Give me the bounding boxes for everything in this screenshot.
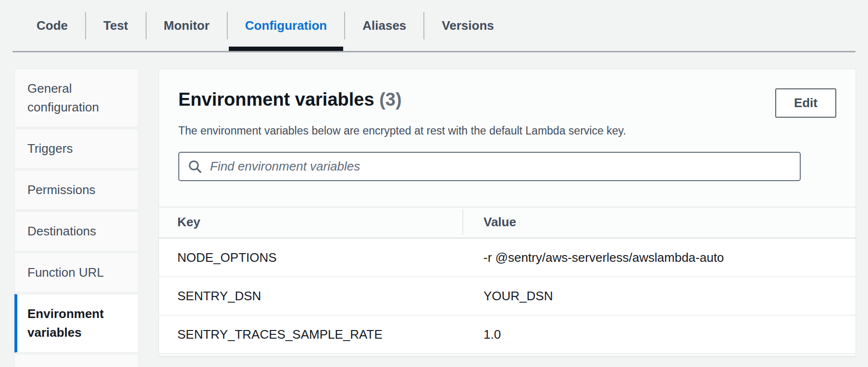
- table-row: SENTRY_DSN YOUR_DSN: [159, 277, 856, 316]
- table-row: NODE_OPTIONS -r @sentry/aws-serverless/a…: [159, 239, 856, 277]
- sidebar-item-triggers[interactable]: Triggers: [14, 129, 138, 169]
- environment-variables-table: Key Value NODE_OPTIONS -r @sentry/aws-se…: [159, 207, 856, 354]
- search-box[interactable]: [178, 152, 801, 181]
- tab-versions[interactable]: Versions: [424, 0, 511, 51]
- tab-test[interactable]: Test: [86, 0, 146, 51]
- page-title-text: Environment variables: [178, 89, 374, 110]
- env-var-value: 1.0: [462, 327, 856, 342]
- table-header-row: Key Value: [159, 208, 856, 239]
- panel-description: The environment variables below are encr…: [159, 124, 856, 137]
- tab-bar-rule: [12, 51, 856, 52]
- env-var-key: SENTRY_DSN: [159, 289, 462, 304]
- tab-configuration[interactable]: Configuration: [228, 0, 344, 51]
- edit-button[interactable]: Edit: [775, 88, 836, 118]
- table-row: SENTRY_TRACES_SAMPLE_RATE 1.0: [159, 316, 856, 354]
- env-var-key: SENTRY_TRACES_SAMPLE_RATE: [159, 327, 462, 342]
- tab-monitor[interactable]: Monitor: [147, 0, 227, 51]
- sidebar-item-destinations[interactable]: Destinations: [14, 211, 138, 251]
- environment-variables-panel: Environment variables (3) Edit The envir…: [159, 69, 856, 356]
- search-icon: [187, 159, 203, 174]
- configuration-sidebar: General configuration Triggers Permissio…: [14, 69, 138, 367]
- column-header-value: Value: [462, 215, 856, 230]
- item-count-badge: (3): [379, 89, 401, 110]
- sidebar-item-permissions[interactable]: Permissions: [14, 170, 138, 210]
- sidebar-item-environment-variables[interactable]: Environment variables: [14, 294, 138, 353]
- tab-aliases[interactable]: Aliases: [345, 0, 423, 51]
- env-var-key: NODE_OPTIONS: [159, 250, 462, 265]
- sidebar-item-general-configuration[interactable]: General configuration: [14, 69, 138, 127]
- column-divider: [462, 209, 463, 235]
- tab-code[interactable]: Code: [19, 0, 85, 51]
- function-tab-bar: Code Test Monitor Configuration Aliases …: [0, 0, 868, 52]
- column-header-key: Key: [159, 215, 462, 230]
- sidebar-item-function-url[interactable]: Function URL: [14, 253, 138, 293]
- env-var-value: -r @sentry/aws-serverless/awslambda-auto: [462, 250, 856, 265]
- page-title: Environment variables (3): [178, 88, 402, 110]
- sidebar-item-tags[interactable]: Tags: [14, 354, 138, 367]
- env-var-value: YOUR_DSN: [462, 289, 856, 304]
- search-input[interactable]: [210, 159, 792, 174]
